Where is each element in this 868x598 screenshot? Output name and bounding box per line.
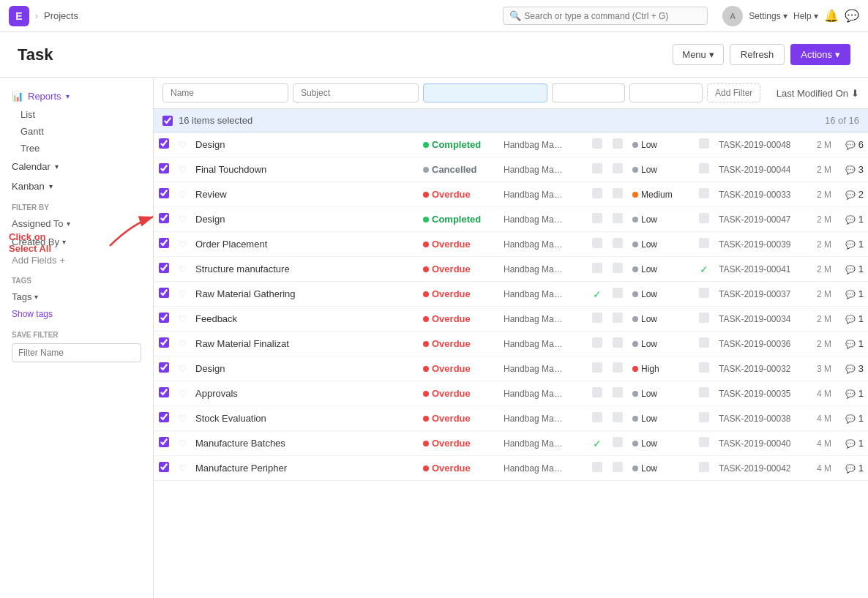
task-priority: Low: [628, 456, 694, 481]
heart-icon[interactable]: ♡: [179, 389, 187, 399]
heart-icon[interactable]: ♡: [179, 438, 187, 449]
priority-dot: [632, 167, 638, 173]
task-name[interactable]: Manufacture Peripher: [191, 456, 419, 481]
row-checkbox[interactable]: [159, 213, 169, 223]
sidebar-item-tags[interactable]: Tags ▾: [0, 288, 153, 306]
cell-placeholder: [699, 163, 709, 173]
filter-assigned-to[interactable]: Assigned To ▾: [0, 214, 153, 233]
bell-icon[interactable]: 🔔: [824, 9, 839, 23]
task-status: Cancelled: [419, 157, 499, 182]
heart-icon[interactable]: ♡: [179, 140, 187, 150]
filter-created-by[interactable]: Created By ▾: [0, 233, 153, 251]
row-checkbox[interactable]: [159, 138, 169, 149]
sidebar-item-reports[interactable]: 📊 Reports ▾: [0, 86, 153, 106]
name-filter-input[interactable]: [162, 83, 288, 102]
sidebar-item-list[interactable]: List: [0, 106, 153, 123]
heart-icon[interactable]: ♡: [179, 339, 187, 349]
page-header: Task Menu ▾ Refresh Actions ▾: [0, 32, 868, 78]
extra-col2: [607, 431, 628, 456]
task-name[interactable]: Raw Material Finalizat: [191, 332, 419, 356]
row-checkbox-cell: [154, 157, 174, 182]
task-name[interactable]: Manufacture Batches: [191, 431, 419, 456]
actions-button[interactable]: Actions ▾: [790, 44, 850, 65]
show-tags-link[interactable]: Show tags: [0, 306, 153, 322]
add-fields-button[interactable]: Add Fields +: [0, 251, 153, 269]
chat-icon[interactable]: 💬: [845, 9, 859, 23]
extra-col3: [694, 307, 714, 332]
global-search[interactable]: 🔍: [503, 7, 708, 25]
row-checkbox[interactable]: [159, 263, 169, 273]
heart-icon[interactable]: ♡: [179, 364, 187, 374]
row-checkbox[interactable]: [159, 337, 169, 348]
avatar[interactable]: A: [722, 6, 743, 26]
extra-col2: [607, 307, 628, 332]
task-name[interactable]: Design: [191, 132, 419, 157]
row-checkbox[interactable]: [159, 387, 169, 397]
task-name[interactable]: Feedback: [191, 307, 419, 332]
heart-icon[interactable]: ♡: [179, 165, 187, 175]
heart-icon[interactable]: ♡: [179, 414, 187, 424]
extra2-filter-input[interactable]: [629, 83, 703, 102]
row-checkbox[interactable]: [159, 313, 169, 323]
task-subject: Handbag Ma…: [499, 257, 587, 282]
table-row: ♡ Approvals Overdue Handbag Ma… Low TASK…: [154, 381, 868, 406]
heart-icon[interactable]: ♡: [179, 239, 187, 250]
add-filter-button[interactable]: Add Filter: [707, 83, 760, 102]
row-checkbox[interactable]: [159, 238, 169, 248]
extra-col1: [587, 381, 607, 406]
task-name[interactable]: Design: [191, 356, 419, 381]
task-name[interactable]: Order Placement: [191, 232, 419, 257]
task-subject: Handbag Ma…: [499, 282, 587, 307]
extra-col1: [587, 257, 607, 282]
heart-icon[interactable]: ♡: [179, 264, 187, 274]
help-button[interactable]: Help ▾: [793, 11, 818, 21]
task-name[interactable]: Design: [191, 207, 419, 232]
heart-cell: ♡: [174, 406, 191, 431]
row-checkbox[interactable]: [159, 288, 169, 298]
sidebar-item-tree[interactable]: Tree: [0, 140, 153, 157]
task-name[interactable]: Raw Material Gathering: [191, 282, 419, 307]
cell-placeholder: [592, 462, 602, 472]
task-priority: Low: [628, 132, 694, 157]
heart-icon[interactable]: ♡: [179, 289, 187, 299]
task-name[interactable]: Approvals: [191, 381, 419, 406]
settings-button[interactable]: Settings ▾: [749, 11, 787, 21]
heart-icon[interactable]: ♡: [179, 463, 187, 474]
row-checkbox[interactable]: [159, 163, 169, 173]
subject-filter-input[interactable]: [293, 83, 419, 102]
extra1-filter-input[interactable]: [552, 83, 625, 102]
task-name[interactable]: Structure manufacture: [191, 257, 419, 282]
row-checkbox[interactable]: [159, 412, 169, 422]
sidebar-item-kanban[interactable]: Kanban ▾: [0, 176, 153, 196]
breadcrumb-projects[interactable]: Projects: [44, 10, 78, 21]
filter-name-input[interactable]: [12, 343, 141, 362]
comment-icon: 💬: [845, 190, 856, 199]
task-priority: Low: [628, 431, 694, 456]
task-id: TASK-2019-00035: [714, 381, 809, 406]
comment-icon: 💬: [845, 165, 856, 174]
cell-placeholder: [699, 213, 709, 223]
row-checkbox[interactable]: [159, 462, 169, 472]
heart-icon[interactable]: ♡: [179, 190, 187, 200]
task-name[interactable]: Review: [191, 182, 419, 207]
handbag-filter-input[interactable]: Handbag Manufacturin…: [423, 83, 547, 102]
heart-icon[interactable]: ♡: [179, 214, 187, 225]
search-input[interactable]: [524, 11, 701, 21]
sidebar-item-gantt[interactable]: Gantt: [0, 123, 153, 140]
row-checkbox[interactable]: [159, 437, 169, 447]
row-checkbox[interactable]: [159, 188, 169, 198]
select-all-checkbox[interactable]: [162, 116, 173, 126]
heart-icon[interactable]: ♡: [179, 314, 187, 324]
task-name[interactable]: Stock Evaluation: [191, 406, 419, 431]
extra-col3: [694, 356, 714, 381]
last-modified-sort[interactable]: Last Modified On ⬇: [777, 88, 859, 99]
task-name[interactable]: Final Touchdown: [191, 157, 419, 182]
app-icon[interactable]: E: [9, 6, 29, 26]
row-checkbox[interactable]: [159, 362, 169, 373]
status-dot: [423, 441, 429, 446]
refresh-button[interactable]: Refresh: [730, 44, 785, 65]
row-checkbox-cell: [154, 307, 174, 332]
task-subject: Handbag Ma…: [499, 132, 587, 157]
sidebar-item-calendar[interactable]: Calendar ▾: [0, 157, 153, 176]
menu-button[interactable]: Menu ▾: [673, 44, 724, 65]
